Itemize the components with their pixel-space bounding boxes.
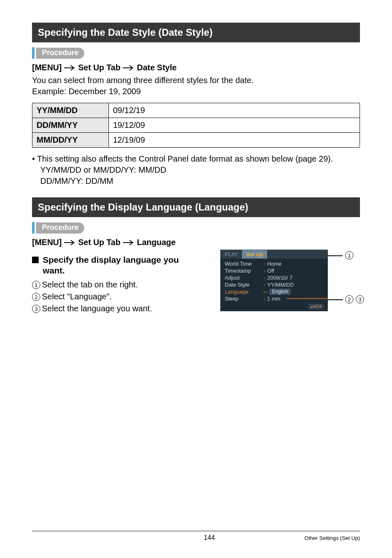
circled-number-icon: 2 [345,295,353,303]
path-part: Set Up Tab [78,63,120,72]
arrow-right-icon [123,240,134,245]
callout-line [327,299,343,300]
camera-row-value: 1 min [267,296,280,302]
camera-tab-play: PLAY [221,250,242,259]
procedure-heading: Procedure [32,222,360,234]
camera-row-value: YY/MM/DD [267,282,294,288]
format-example: 19/12/09 [109,118,360,133]
square-bullet-icon [32,257,39,263]
camera-tab-setup: Set Up [242,250,267,259]
chevron-right-icon: › [264,268,265,274]
camera-row-label: Timestamp [225,268,264,274]
callout-1: 1 [327,252,355,260]
note-line: YY/MM/DD or MM/DD/YY: MM/DD [32,164,360,176]
section-title-date-style: Specifying the Date Style (Date Style) [32,23,360,42]
camera-screenshot: PLAY Set Up World Time›Home Timestamp›Of… [220,250,328,311]
description: You can select from among three differen… [32,75,360,97]
step: 1Select the tab on the right. [32,279,210,291]
subheading-text: Specify the display language you want. [43,255,179,276]
desc-line: Example: December 19, 2009 [32,87,141,96]
footer-row: 144 Other Settings (Set Up) [32,534,360,542]
note-line: DD/MM/YY: DD/MM [32,176,360,187]
path-part: [MENU] [32,63,62,72]
format-label: DD/MM/YY [32,118,109,133]
path-part: Set Up Tab [78,238,120,247]
procedure-heading: Procedure [32,47,360,59]
path-part: [MENU] [32,238,62,247]
step-text: Select "Language". [42,292,112,301]
procedure-label: Procedure [36,48,84,59]
camera-row-label: Adjust [225,275,264,281]
format-label: YY/MM/DD [32,103,109,118]
chevron-right-icon: › [264,275,265,281]
arrow-right-icon [64,65,76,71]
path-part: Date Style [137,63,177,72]
step: 3Select the language you want. [32,303,210,315]
camera-row-label: Date Style [225,282,264,288]
camera-row: World Time›Home [221,260,327,267]
camera-row: Sleep›1 min [221,295,327,302]
right-column: PLAY Set Up World Time›Home Timestamp›Of… [220,250,360,311]
section-title-language: Specifying the Display Language (Languag… [32,197,360,217]
camera-row: Timestamp›Off [221,267,327,274]
step: 2Select "Language". [32,291,210,303]
format-example: 12/19/09 [109,133,360,148]
circled-number-icon: 1 [345,251,353,259]
circled-number-icon: 3 [32,305,40,313]
accent-bar [32,222,35,234]
camera-row: Date Style›YY/MM/DD [221,281,327,288]
subheading: Specify the display language you want. [32,255,210,276]
subhead-line: want. [43,266,65,275]
camera-row-value: Home [267,261,281,267]
callout-connector-line [286,298,327,299]
table-row: MM/DD/YY 12/19/09 [32,133,360,148]
chevron-right-icon: › [264,261,265,267]
enter-icon: ▻ [264,289,268,295]
chevron-right-icon: › [264,296,265,302]
page-footer: 144 Other Settings (Set Up) [32,530,360,542]
chevron-right-icon: › [264,282,265,288]
circled-number-icon: 3 [356,295,364,303]
page-number: 144 [204,534,215,542]
format-label: MM/DD/YY [32,133,109,148]
callout-2-3: 2 3 [327,296,366,304]
camera-page-indicator: ▴▾2/4 [308,304,324,309]
camera-row-label: Language [225,289,264,295]
table-row: DD/MM/YY 19/12/09 [32,118,360,133]
step-text: Select the language you want. [42,304,152,313]
note-line: This setting also affects the Control Pa… [37,154,333,163]
camera-footer: ▴▾2/4 [221,303,327,311]
camera-row-selected: Language▻English [221,288,327,295]
table-row: YY/MM/DD 09/12/19 [32,103,360,118]
footer-section-name: Other Settings (Set Up) [304,535,360,541]
circled-number-icon: 1 [32,281,40,289]
two-column-layout: Specify the display language you want. 1… [32,250,360,315]
menu-path-language: [MENU] Set Up Tab Language [32,238,360,247]
callout-line [327,255,343,256]
page: Specifying the Date Style (Date Style) P… [0,0,392,558]
date-format-table: YY/MM/DD 09/12/19 DD/MM/YY 19/12/09 MM/D… [32,103,360,148]
procedure-label: Procedure [36,222,84,234]
note: • This setting also affects the Control … [32,153,360,187]
arrow-right-icon [64,240,76,245]
camera-row-value: Off [267,268,274,274]
footer-rule [32,530,360,532]
bullet: • [32,154,37,163]
step-text: Select the tab on the right. [42,280,138,289]
camera-row-label: World Time [225,261,264,267]
path-part: Language [137,238,175,247]
circled-number-icon: 2 [32,293,40,301]
camera-row-label: Sleep [225,296,264,302]
steps-list: 1Select the tab on the right. 2Select "L… [32,279,210,315]
camera-menu-body: World Time›Home Timestamp›Off Adjust›200… [221,259,327,303]
arrow-right-icon [123,65,134,71]
subhead-line: Specify the display language you [43,255,179,264]
camera-row: Adjust›2009/10/ 7 [221,274,327,281]
camera-tabs: PLAY Set Up [221,250,327,259]
left-column: Specify the display language you want. 1… [32,250,210,315]
menu-path-date-style: [MENU] Set Up Tab Date Style [32,63,360,72]
format-example: 09/12/19 [109,103,360,118]
desc-line: You can select from among three differen… [32,76,254,85]
accent-bar [32,47,35,59]
camera-row-value: English [270,289,291,295]
